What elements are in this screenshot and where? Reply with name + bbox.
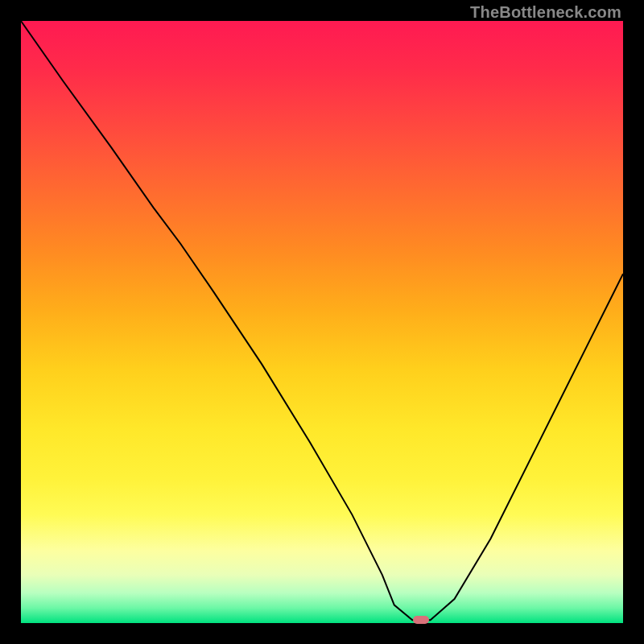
bottleneck-curve [21,21,623,623]
chart-frame: TheBottleneck.com [0,0,644,644]
plot-area [21,21,623,623]
curve-line [21,21,623,620]
watermark-text: TheBottleneck.com [470,3,621,22]
optimal-marker [413,616,429,624]
